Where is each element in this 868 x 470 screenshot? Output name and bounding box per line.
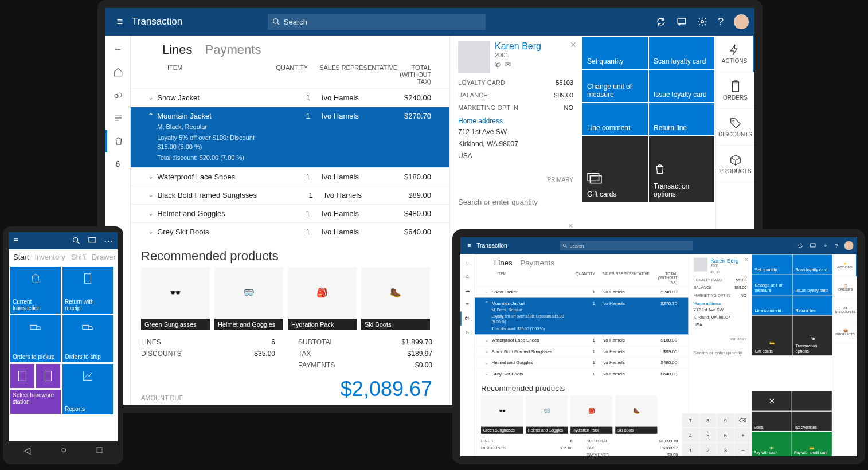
tile-change-uom[interactable]: Change unit of measure: [582, 70, 648, 102]
menu-icon[interactable]: ≡: [464, 242, 474, 249]
table-row[interactable]: ⌄Snow Jacket1Ivo Hamels$240.00: [475, 286, 689, 297]
table-row-selected[interactable]: ⌃ Mountain Jacket M, Black, Regular Loya…: [131, 107, 449, 167]
tile-tax-overrides[interactable]: Tax overrides: [792, 412, 832, 431]
tile-return-line[interactable]: Return line: [793, 295, 833, 315]
rbar-orders[interactable]: 📋ORDERS: [834, 276, 857, 299]
chevron-down-icon[interactable]: ⌄: [148, 173, 157, 181]
tile-voids[interactable]: Voids: [752, 412, 792, 431]
quantity-search-input[interactable]: [694, 348, 746, 358]
user-avatar[interactable]: [844, 241, 854, 250]
mail-icon[interactable]: ✉: [505, 61, 511, 69]
key-9[interactable]: 9: [717, 413, 734, 427]
back-icon[interactable]: ←: [460, 256, 475, 269]
table-row[interactable]: ⌄Waterproof Lace Shoes1Ivo Hamels$180.00: [475, 334, 689, 346]
product-card[interactable]: 🕶️Green Sunglasses: [481, 395, 523, 433]
key-1[interactable]: 1: [682, 443, 699, 456]
table-row[interactable]: ⌄Black Bold Framed Sunglsses1Ivo Hamels$…: [475, 346, 689, 357]
nav-recent-icon[interactable]: □: [97, 445, 103, 455]
tab-payments[interactable]: Payments: [520, 258, 554, 268]
refresh-icon[interactable]: [797, 242, 803, 249]
key-minus[interactable]: −: [734, 443, 751, 456]
gear-icon[interactable]: [697, 17, 707, 27]
rbar-products[interactable]: PRODUCTS: [716, 146, 754, 182]
key-8[interactable]: 8: [699, 413, 716, 427]
tile-pay-credit[interactable]: 💳Pay with credit card: [792, 432, 832, 456]
key-2[interactable]: 2: [699, 443, 716, 456]
close-icon[interactable]: ✕: [570, 40, 577, 49]
refresh-icon[interactable]: [656, 17, 666, 27]
product-card[interactable]: 🕶️Green Sunglasses: [141, 267, 210, 330]
chat-icon[interactable]: [677, 17, 687, 27]
home-icon[interactable]: [105, 61, 130, 84]
nav-home-icon[interactable]: ○: [61, 445, 67, 455]
tile-transaction-options[interactable]: 🛍Transaction options: [793, 316, 833, 356]
table-row[interactable]: ⌄ Waterproof Lace Shoes 1 Ivo Hamels $18…: [131, 167, 449, 186]
customer-name[interactable]: Karen Berg: [495, 41, 541, 52]
tile-line-comment[interactable]: Line comment: [752, 295, 792, 315]
help-icon[interactable]: ?: [835, 242, 838, 249]
key-7[interactable]: 7: [682, 413, 699, 427]
table-row[interactable]: ⌄ Helmet and Goggles 1 Ivo Hamels $480.0…: [131, 204, 449, 222]
chevron-down-icon[interactable]: ⌄: [148, 209, 157, 217]
phone-tab-drawer[interactable]: Drawer: [92, 253, 116, 261]
tile-clear[interactable]: ✕: [752, 391, 792, 410]
rbar-actions[interactable]: ACTIONS: [716, 36, 754, 72]
rbar-products[interactable]: 📦PRODUCTS: [834, 321, 857, 343]
chat-icon[interactable]: [810, 242, 816, 249]
phone-tab-inventory[interactable]: Inventory: [34, 253, 65, 261]
product-card[interactable]: 🥽Helmet and Goggles: [526, 395, 568, 433]
tile-return-receipt[interactable]: Return with receipt: [62, 267, 113, 314]
more-icon[interactable]: ⋯: [104, 236, 113, 246]
tile-report[interactable]: [36, 364, 60, 388]
table-row[interactable]: ⌄Helmet and Goggles1Ivo Hamels$480.00: [475, 357, 689, 368]
key-backspace[interactable]: ⌫: [734, 413, 751, 427]
product-card[interactable]: 🥽Helmet and Goggles: [214, 267, 283, 330]
search-icon[interactable]: [72, 236, 81, 245]
menu-icon[interactable]: ≡: [111, 16, 128, 28]
key-3[interactable]: 3: [717, 443, 734, 456]
phone-tab-start[interactable]: Start: [13, 253, 29, 261]
tile-line-comment[interactable]: Line comment: [582, 103, 648, 135]
table-row[interactable]: ⌄ Snow Jacket 1 Ivo Hamels $240.00: [131, 88, 449, 107]
phone-tab-shift[interactable]: Shift: [71, 253, 86, 261]
chevron-down-icon[interactable]: ⌄: [148, 93, 157, 101]
tile-set-quantity[interactable]: Set quantity: [582, 37, 648, 69]
tab-lines[interactable]: Lines: [162, 42, 193, 57]
search-box[interactable]: [268, 14, 486, 30]
key-5[interactable]: 5: [699, 428, 716, 442]
tile-scan-loyalty[interactable]: Scan loyalty card: [649, 37, 714, 69]
mail-icon[interactable]: ✉: [717, 269, 720, 275]
tile-return-line[interactable]: Return line: [649, 103, 714, 135]
rbar-actions[interactable]: ⚡ACTIONS: [834, 254, 857, 276]
tile-current-transaction[interactable]: Current transaction: [10, 267, 61, 314]
rbar-discounts[interactable]: DISCOUNTS: [716, 109, 754, 146]
tile-issue-loyalty[interactable]: Issue loyalty card: [793, 275, 833, 295]
search-input[interactable]: [284, 18, 481, 26]
close-icon[interactable]: ✕: [744, 257, 748, 263]
product-card[interactable]: 🎒Hydration Pack: [288, 267, 357, 330]
home-address-link[interactable]: Home address: [458, 117, 573, 125]
product-card[interactable]: 🥾Ski Boots: [615, 395, 657, 433]
tile-gift-cards[interactable]: Gift cards: [582, 136, 648, 202]
table-row-selected[interactable]: ⌃Mountain JacketM, Black, RegularLoyalty…: [475, 297, 689, 334]
tile-scan-loyalty[interactable]: Scan loyalty card: [793, 255, 833, 275]
tile-pay-cash[interactable]: 💵Pay with cash: [752, 432, 792, 456]
gear-icon[interactable]: [822, 242, 828, 249]
home-icon[interactable]: ⌂: [460, 269, 475, 283]
key-4[interactable]: 4: [682, 428, 699, 442]
list-icon[interactable]: [105, 107, 130, 130]
tile-orders-pickup[interactable]: Orders to pickup: [10, 315, 61, 362]
rbar-orders[interactable]: ORDERS: [716, 72, 754, 109]
chevron-down-icon[interactable]: ⌄: [148, 228, 157, 236]
rbar-discounts[interactable]: 🏷DISCOUNTS: [834, 299, 857, 321]
user-avatar[interactable]: [734, 14, 749, 29]
tile-gift-cards[interactable]: 💳Gift cards: [752, 316, 792, 356]
key-6[interactable]: 6: [717, 428, 734, 442]
tab-payments[interactable]: Payments: [205, 42, 261, 57]
chevron-up-icon[interactable]: ⌃: [148, 112, 157, 120]
help-icon[interactable]: ?: [718, 16, 724, 28]
table-row[interactable]: ⌄Grey Skit Boots1Ivo Hamels$640.00: [475, 368, 689, 379]
search-box[interactable]: [560, 241, 693, 250]
tile-change-uom[interactable]: Change unit of measure: [752, 275, 792, 295]
phone-icon[interactable]: ✆: [495, 61, 501, 69]
